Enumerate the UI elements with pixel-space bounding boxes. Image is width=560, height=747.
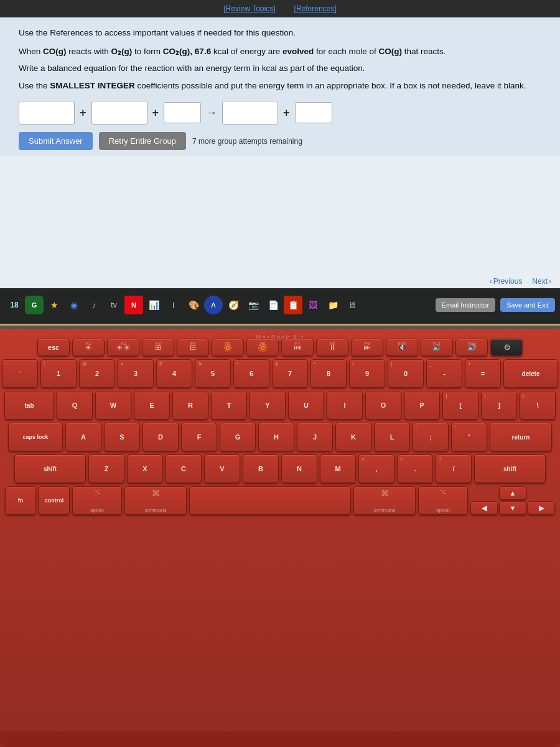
key-fn[interactable]: fn — [5, 486, 36, 515]
key-space[interactable] — [189, 486, 351, 515]
key-arrow-up[interactable]: ▲ — [499, 486, 526, 500]
key-1[interactable]: ! 1 — [40, 359, 77, 388]
key-g[interactable]: G — [220, 423, 256, 451]
key-7[interactable]: & 7 — [272, 359, 308, 388]
dock-icon-circle[interactable]: ◉ — [65, 296, 83, 314]
dock-icon-safari[interactable]: 🧭 — [224, 296, 243, 314]
key-touchid[interactable]: ⏻ — [490, 339, 523, 356]
key-x[interactable]: X — [127, 454, 163, 483]
key-f4[interactable]: F4⊟ — [177, 339, 209, 356]
dock-icon-img[interactable]: 🖼 — [304, 296, 322, 314]
key-tab[interactable]: tab — [4, 391, 54, 420]
save-exit-button[interactable]: Save and Exit — [500, 298, 555, 312]
key-h[interactable]: H — [258, 423, 294, 451]
eq-input-1[interactable] — [19, 101, 75, 125]
key-4[interactable]: $ 4 — [156, 359, 192, 388]
key-p[interactable]: P — [404, 391, 440, 420]
dock-icon-red[interactable]: 📋 — [284, 296, 302, 314]
eq-input-4[interactable] — [222, 101, 278, 125]
key-lbracket[interactable]: { [ — [442, 391, 478, 420]
key-0[interactable]: ) 0 — [388, 359, 424, 388]
key-9[interactable]: ( 9 — [349, 359, 385, 388]
key-e[interactable]: E — [134, 391, 170, 420]
key-5[interactable]: % 5 — [195, 359, 231, 388]
dock-icon-music[interactable]: ♪ — [85, 296, 103, 314]
key-comma[interactable]: < , — [358, 454, 394, 483]
eq-input-2[interactable] — [91, 101, 147, 125]
retry-button[interactable]: Retry Entire Group — [99, 132, 186, 150]
key-q[interactable]: Q — [57, 391, 93, 420]
key-u[interactable]: U — [288, 391, 324, 420]
key-d[interactable]: D — [142, 423, 179, 451]
key-equals[interactable]: + = — [465, 359, 501, 388]
next-link[interactable]: Next › — [532, 277, 551, 286]
key-b[interactable]: B — [243, 454, 279, 483]
key-shift-left[interactable]: shift — [14, 454, 86, 483]
key-f3[interactable]: F3⊞ — [142, 339, 174, 356]
key-minus[interactable]: _ - — [426, 359, 462, 388]
key-z[interactable]: Z — [88, 454, 124, 483]
email-instructor-button[interactable]: Email Instructor — [436, 298, 495, 312]
references-link[interactable]: [References] — [294, 4, 337, 13]
key-return[interactable]: return — [490, 423, 552, 451]
key-f12[interactable]: F12🔊 — [455, 339, 488, 356]
key-s[interactable]: S — [104, 423, 140, 451]
key-r[interactable]: R — [172, 391, 208, 420]
key-f[interactable]: F — [181, 423, 217, 451]
key-j[interactable]: J — [297, 423, 333, 451]
key-c[interactable]: C — [166, 454, 202, 483]
key-shift-right[interactable]: shift — [474, 454, 546, 483]
key-option-left[interactable]: ⌥ option — [72, 486, 122, 515]
key-8[interactable]: * 8 — [310, 359, 347, 388]
dock-icon-a[interactable]: A — [204, 296, 223, 314]
eq-input-5[interactable] — [295, 102, 332, 123]
key-arrow-right[interactable]: ▶ — [528, 501, 555, 515]
dock-icon-n[interactable]: N — [124, 296, 143, 314]
key-6[interactable]: ^ 6 — [233, 359, 269, 388]
key-f9[interactable]: F9⏭ — [351, 339, 383, 356]
key-t[interactable]: T — [211, 391, 247, 420]
key-backtick[interactable]: ~ ` — [2, 359, 38, 388]
key-period[interactable]: > . — [397, 454, 433, 483]
submit-button[interactable]: Submit Answer — [19, 132, 93, 150]
key-f2[interactable]: F2☀☀ — [107, 339, 139, 356]
key-k[interactable]: K — [335, 423, 371, 451]
key-esc[interactable]: esc — [37, 339, 70, 356]
key-l[interactable]: L — [374, 423, 410, 451]
key-slash[interactable]: ? / — [436, 454, 472, 483]
dock-icon-folder[interactable]: 📁 — [324, 296, 342, 314]
key-arrow-left[interactable]: ◀ — [470, 501, 498, 515]
key-control[interactable]: control — [39, 486, 70, 515]
key-arrow-down[interactable]: ▼ — [499, 501, 526, 515]
previous-link[interactable]: ‹ Previous — [490, 277, 523, 286]
key-f8[interactable]: F8⏸ — [316, 339, 348, 356]
dock-icon-tv[interactable]: tv — [105, 296, 123, 314]
key-caps[interactable]: caps lock — [8, 423, 63, 451]
key-delete[interactable]: delete — [503, 359, 558, 388]
key-semicolon[interactable]: : ; — [413, 423, 449, 451]
review-topics-link[interactable]: [Review Topics] — [223, 4, 275, 13]
key-f6[interactable]: F6🔆 — [246, 339, 279, 356]
key-command-right[interactable]: ⌘ command — [353, 486, 416, 515]
eq-input-3[interactable] — [164, 102, 201, 123]
key-n[interactable]: N — [281, 454, 317, 483]
dock-icon-monitor[interactable]: 🖥 — [343, 296, 362, 314]
key-v[interactable]: V — [204, 454, 240, 483]
key-y[interactable]: Y — [250, 391, 286, 420]
key-f1[interactable]: F1☀ — [72, 339, 105, 356]
key-command-left[interactable]: ⌘ command — [124, 486, 187, 515]
key-backslash[interactable]: | \ — [520, 391, 556, 420]
key-w[interactable]: W — [95, 391, 131, 420]
dock-icon-text[interactable]: I — [164, 296, 183, 314]
dock-icon-cam[interactable]: 📷 — [244, 296, 263, 314]
key-a[interactable]: A — [65, 423, 101, 451]
dock-icon-paint[interactable]: 🎨 — [184, 296, 203, 314]
key-option-right[interactable]: ⌥ option — [418, 486, 468, 515]
key-quote[interactable]: " ' — [451, 423, 487, 451]
key-2[interactable]: @ 2 — [79, 359, 115, 388]
key-f10[interactable]: F10🔇 — [386, 339, 418, 356]
key-f7[interactable]: F7⏮ — [281, 339, 314, 356]
key-3[interactable]: # 3 — [118, 359, 154, 388]
key-m[interactable]: M — [320, 454, 356, 483]
key-f5[interactable]: F5🔅 — [212, 339, 244, 356]
